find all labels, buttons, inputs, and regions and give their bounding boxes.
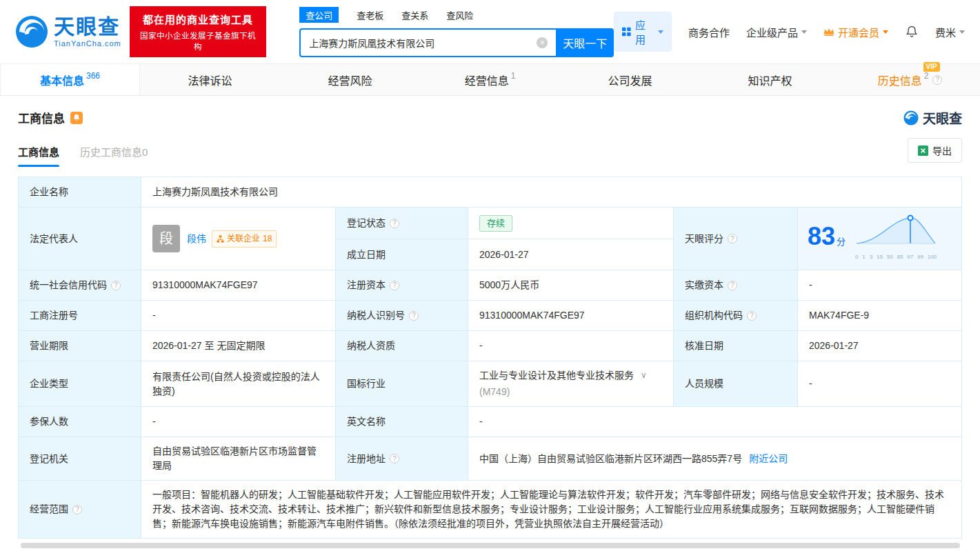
menu-enterprise-products[interactable]: 企业级产品 [746,25,807,39]
help-icon[interactable]: ? [390,281,399,290]
chevron-down-icon[interactable]: ∨ [641,368,647,383]
search-row: × 天眼一下 [299,28,614,57]
legal-rep-name-link[interactable]: 段伟 [187,232,206,246]
crown-icon [823,28,834,37]
tab-count: 366 [86,71,100,81]
subscribe-bell-icon[interactable] [70,112,83,124]
tab-count: 2 [924,71,929,81]
help-icon[interactable]: ? [728,234,737,243]
help-icon[interactable]: ? [409,311,419,321]
site-header: 天眼查 TianYanCha.com 都在用的商业查询工具 国家中小企业发展子基… [0,0,980,64]
company-type-label: 企业类型 [19,361,141,407]
subtab-history-business-info[interactable]: 历史工商信息0 [80,144,148,167]
related-companies-count: 18 [263,232,272,246]
header-menu: 应用 商务合作 企业级产品 开通会员 费米 [614,12,965,52]
english-name-label: 英文名称 [336,407,468,437]
export-button[interactable]: 导出 [908,138,962,163]
company-name-label: 企业名称 [19,177,141,208]
reg-capital-value: 5000万人民币 [468,270,674,301]
search-tab-relation[interactable]: 查关系 [401,8,428,21]
credit-code-value: 91310000MAK74FGE97 [141,270,336,301]
help-icon[interactable]: ? [72,505,82,514]
reg-address-label: 注册地址 ? [336,437,468,481]
taxpayer-quality-value: - [468,331,674,361]
taxpayer-id-label: 纳税人识别号 ? [336,301,468,331]
slogan-line1: 都在用的商业查询工具 [137,12,259,26]
clear-search-icon[interactable]: × [537,37,548,48]
insured-count-value: - [141,407,336,437]
tab-company-development[interactable]: 公司发展 [560,64,700,95]
related-companies-tag[interactable]: 关联企业 18 [212,230,277,248]
caret-down-icon [959,30,965,34]
user-menu[interactable]: 费米 [935,25,965,39]
tab-count: 1 [511,71,516,81]
export-excel-icon [918,146,928,156]
staff-size-value: - [798,361,961,407]
caret-down-icon [658,30,663,34]
score-label: 天眼评分 ? [674,208,798,270]
slogan-line2: 国家中小企业发展子基金旗下机构 [137,30,259,52]
reg-authority-label: 登记机关 [19,437,141,481]
business-info-table: 企业名称 上海赛力斯凤凰技术有限公司 法定代表人 段 段伟 关联企业 18 登记… [18,177,962,539]
main-nav: 基本信息 366 法律诉讼 经营风险 经营信息 1 公司发展 知识产权 历史信息… [0,64,980,96]
score-axis: 0131550859799100 [855,250,937,264]
notification-bell-icon[interactable] [905,25,919,39]
help-icon[interactable]: ? [728,281,737,290]
help-icon[interactable]: ? [747,311,757,321]
tab-basic-info[interactable]: 基本信息 366 [0,64,140,95]
org-code-label: 组织机构代码 ? [674,301,798,331]
search-tab-boss[interactable]: 查老板 [357,8,383,21]
search-tab-risk[interactable]: 查风险 [446,8,473,21]
help-icon[interactable]: ? [390,219,399,228]
reg-number-label: 工商注册号 [19,301,141,331]
tab-history-info[interactable]: 历史信息 VIP 2 ? [840,64,980,95]
tianyancha-logo-icon [15,15,48,48]
legal-rep-avatar[interactable]: 段 [152,225,180,252]
status-badge: 存续 [479,215,512,232]
search-button[interactable]: 天眼一下 [556,28,614,57]
tab-legal-proceedings[interactable]: 法律诉讼 [140,64,280,95]
nearby-companies-link[interactable]: 附近公司 [749,452,788,466]
logo-brand-text: 天眼查 [54,17,121,37]
menu-cooperation[interactable]: 商务合作 [688,25,730,39]
apps-menu[interactable]: 应用 [614,12,672,52]
paid-capital-value: - [798,270,961,301]
business-term-value: 2026-01-27 至 无固定期限 [141,331,336,361]
credit-code-label: 统一社会信用代码 ? [19,270,141,301]
search-tabs: 查公司 查老板 查关系 查风险 [299,7,614,23]
tab-intellectual-property[interactable]: 知识产权 [700,64,840,95]
watermark-logo-text: 天眼查 [923,108,962,127]
legal-rep-label: 法定代表人 [19,208,141,270]
related-company-icon [217,235,224,243]
legal-rep-value: 段 段伟 关联企业 18 [141,208,336,270]
tianyancha-logo[interactable]: 天眼查 TianYanCha.com [15,15,121,48]
tab-operation-info[interactable]: 经营信息 1 [420,64,560,95]
score-number: 83分 [808,229,846,249]
industry-code: (M749) [479,385,647,399]
insured-count-label: 参保人数 [19,407,141,437]
horizontal-scrollbar[interactable] [21,543,960,548]
org-code-value: MAK74FGE-9 [798,301,961,331]
taxpayer-id-value: 91310000MAK74FGE97 [468,301,674,331]
menu-open-vip[interactable]: 开通会员 [823,25,888,39]
tab-operation-risk[interactable]: 经营风险 [280,64,420,95]
approve-date-label: 核准日期 [674,331,798,361]
subtabs-bar: 工商信息 历史工商信息0 导出 [0,127,980,167]
search-input[interactable] [309,37,537,48]
subtab-business-info[interactable]: 工商信息 [18,144,59,167]
search-tab-company[interactable]: 查公司 [299,7,339,23]
reg-status-value: 存续 [468,208,674,239]
help-icon[interactable]: ? [932,75,942,85]
slogan-banner: 都在用的商业查询工具 国家中小企业发展子基金旗下机构 [130,6,266,57]
business-term-label: 营业期限 [19,331,141,361]
paid-capital-label: 实缴资本 ? [674,270,798,301]
approve-date-value: 2026-01-27 [798,331,961,361]
help-icon[interactable]: ? [390,454,399,463]
watermark-logo-icon [903,110,919,126]
reg-authority-value: 自由贸易试验区临港新片区市场监督管理局 [141,437,336,481]
apps-grid-icon [622,27,631,37]
reg-number-value: - [141,301,336,331]
section-header: 工商信息 天眼查 [0,96,980,127]
help-icon[interactable]: ? [111,281,121,290]
english-name-value: - [468,407,961,437]
